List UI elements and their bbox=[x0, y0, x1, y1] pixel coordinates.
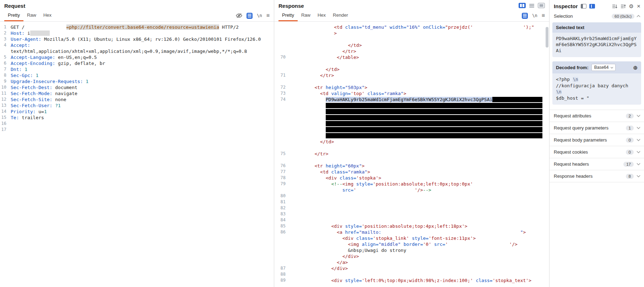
tab-raw[interactable]: Raw bbox=[298, 10, 314, 21]
inspector-section-request-body-parameters[interactable]: Request body parameters0 bbox=[550, 134, 644, 146]
section-label: Request headers bbox=[554, 161, 589, 167]
decoded-card: Decoded from: Base64 ⊕ <?php \n//konfigu… bbox=[552, 61, 641, 105]
decode-format-select[interactable]: Base64 bbox=[591, 64, 616, 71]
code-line: 3User-Agent: Mozilla/5.0 (X11; Ubuntu; L… bbox=[0, 36, 274, 42]
settings-gear-icon[interactable]: ⚙ bbox=[629, 4, 634, 9]
line-number: 4 bbox=[0, 42, 6, 48]
code-line: 2Host: i bbox=[0, 30, 274, 36]
response-scrollbar-thumb[interactable] bbox=[546, 27, 548, 48]
hide-matches-eye-icon[interactable] bbox=[236, 13, 242, 18]
decoded-from-label: Decoded from: bbox=[556, 65, 589, 70]
response-header: Response bbox=[274, 0, 549, 10]
tab-raw[interactable]: Raw bbox=[23, 10, 40, 21]
code-line: 76 <tr height="60px"> bbox=[274, 163, 549, 169]
code-line: 4Accept: bbox=[0, 42, 274, 48]
tab-pretty[interactable]: Pretty bbox=[278, 10, 298, 21]
line-number: 8 bbox=[0, 72, 6, 78]
inspector-section-response-headers[interactable]: Response headers8 bbox=[550, 170, 644, 182]
line-number bbox=[274, 187, 286, 193]
chevron-down-icon bbox=[637, 114, 640, 117]
code-line: 80 bbox=[274, 193, 549, 199]
line-number: 16 bbox=[0, 121, 6, 127]
selection-section-header[interactable]: Selection 60 (0x3c) bbox=[550, 11, 644, 22]
show-newlines-icon[interactable]: \n bbox=[257, 13, 262, 18]
line-number bbox=[274, 60, 286, 66]
code-line: 81 bbox=[274, 199, 549, 205]
tab-hex[interactable]: Hex bbox=[40, 10, 55, 21]
line-number: 74 bbox=[274, 96, 286, 103]
tab-hex[interactable]: Hex bbox=[314, 10, 329, 21]
layout-single-icon[interactable] bbox=[538, 3, 545, 8]
code-line: 78 <div class='stopka'> bbox=[274, 175, 549, 181]
line-number: 82 bbox=[274, 205, 286, 211]
line-number: 78 bbox=[274, 175, 286, 181]
code-line: 72 <tr height="503px"> bbox=[274, 84, 549, 90]
section-label: Request body parameters bbox=[554, 137, 607, 143]
code-line: 87 </div> bbox=[274, 265, 549, 271]
inspector-view-icon[interactable] bbox=[589, 4, 595, 9]
code-line: 83 bbox=[274, 211, 549, 217]
response-editor[interactable]: <td class="td_menu" width="16%" onClick=… bbox=[274, 22, 549, 283]
selected-text-card: Selected text PD9waHAKLy9rb25maWd1cmFjam… bbox=[552, 22, 641, 57]
prettify-toggle-icon[interactable] bbox=[247, 13, 253, 19]
line-number bbox=[274, 241, 286, 247]
line-number: 14 bbox=[0, 109, 6, 115]
inspector-title: Inspector bbox=[554, 3, 578, 9]
tab-render[interactable]: Render bbox=[329, 10, 352, 21]
line-number: 75 bbox=[274, 151, 286, 157]
close-inspector-icon[interactable]: × bbox=[637, 3, 640, 9]
code-line: src=' '/>--> bbox=[274, 187, 549, 193]
code-line: 85 <div style='position:absolute;top:4px… bbox=[274, 223, 549, 229]
line-number: 6 bbox=[0, 60, 6, 66]
code-line: 9Upgrade-Insecure-Requests: 1 bbox=[0, 78, 274, 84]
line-number: 11 bbox=[0, 90, 6, 96]
line-number bbox=[274, 103, 286, 109]
add-decoding-step-icon[interactable]: ⊕ bbox=[633, 65, 638, 70]
line-number: 77 bbox=[274, 169, 286, 175]
line-number bbox=[274, 66, 286, 72]
chevron-down-icon bbox=[611, 66, 613, 68]
section-label: Request cookies bbox=[554, 149, 588, 155]
code-line: 12Sec-Fetch-Site: none bbox=[0, 96, 274, 103]
decoded-line: <?php \n bbox=[556, 76, 638, 83]
code-line: <td class="td_menu" width="16%" onClick=… bbox=[274, 24, 549, 30]
chevron-up-icon bbox=[637, 15, 640, 19]
inspector-section-request-attributes[interactable]: Request attributes2 bbox=[550, 110, 644, 122]
code-line: &nbsp;Uwagi do strony bbox=[274, 247, 549, 253]
line-number bbox=[274, 36, 286, 42]
code-line: 5Accept-Language: en-US,en;q=0.5 bbox=[0, 54, 274, 60]
code-line: 11Sec-Fetch-Mode: navigate bbox=[0, 90, 274, 96]
line-number bbox=[274, 133, 286, 139]
line-number: 15 bbox=[0, 115, 6, 121]
layout-rows-icon[interactable] bbox=[528, 3, 535, 8]
inspector-section-request-query-parameters[interactable]: Request query parameters1 bbox=[550, 122, 644, 134]
show-newlines-icon[interactable]: \n bbox=[532, 13, 537, 18]
code-line: 86 <a href="mailto: "> bbox=[274, 229, 549, 235]
code-line: 73 <td valign='top' class="ramka"> bbox=[274, 90, 549, 96]
section-count-badge: 1 bbox=[626, 126, 634, 131]
request-editor[interactable]: 1GET / =php://filter/convert.base64-enco… bbox=[0, 22, 274, 133]
inspector-section-request-cookies[interactable]: Request cookies0 bbox=[550, 146, 644, 158]
line-number: 10 bbox=[0, 84, 6, 90]
chevron-down-icon bbox=[637, 150, 640, 153]
line-number: 76 bbox=[274, 163, 286, 169]
line-number bbox=[274, 121, 286, 127]
editor-menu-icon[interactable]: ≡ bbox=[266, 13, 270, 18]
tab-pretty[interactable]: Pretty bbox=[4, 10, 23, 21]
inspector-section-request-headers[interactable]: Request headers17 bbox=[550, 158, 644, 170]
editor-menu-icon[interactable]: ≡ bbox=[542, 13, 545, 18]
inspector-dock-icon[interactable] bbox=[581, 4, 586, 9]
line-number bbox=[274, 139, 286, 145]
inspector-header: Inspector ⚙ × bbox=[550, 0, 644, 11]
code-line bbox=[274, 145, 549, 151]
code-line: </tr> bbox=[274, 48, 549, 54]
line-number: 87 bbox=[274, 265, 286, 271]
expand-all-icon[interactable] bbox=[612, 4, 617, 9]
request-tabbar: PrettyRawHex \n ≡ bbox=[0, 10, 274, 22]
section-count-badge: 0 bbox=[626, 138, 634, 143]
layout-columns-icon[interactable] bbox=[519, 3, 526, 8]
collapse-all-icon[interactable] bbox=[621, 4, 626, 9]
prettify-toggle-icon[interactable] bbox=[522, 13, 528, 19]
line-number: 17 bbox=[0, 127, 6, 133]
line-number: 89 bbox=[274, 277, 286, 283]
